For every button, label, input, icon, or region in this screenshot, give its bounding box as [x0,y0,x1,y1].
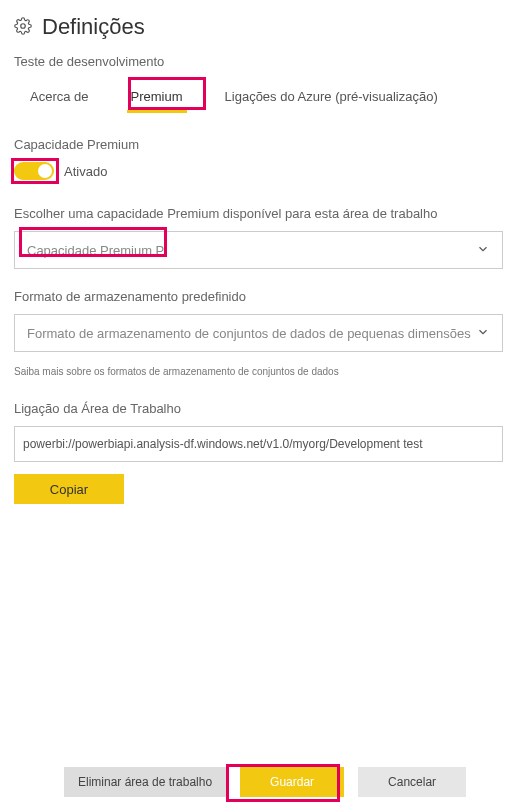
svg-point-0 [21,23,26,28]
copy-button[interactable]: Copiar [14,474,124,504]
capacity-select[interactable]: Capacidade Premium P [14,231,503,269]
toggle-state-label: Ativado [64,164,107,179]
choose-capacity-label: Escolher uma capacidade Premium disponív… [14,206,503,221]
storage-hint[interactable]: Saiba mais sobre os formatos de armazena… [14,366,503,377]
capacity-toggle[interactable] [14,162,54,180]
subtitle: Teste de desenvolvimento [14,54,503,69]
storage-select[interactable]: Formato de armazenamento de conjuntos de… [14,314,503,352]
capacity-select-value: Capacidade Premium P [27,243,476,258]
gear-icon [14,17,32,38]
tab-premium[interactable]: Premium [127,83,187,112]
delete-workspace-button[interactable]: Eliminar área de trabalho [64,767,226,797]
save-button[interactable]: Guardar [240,767,344,797]
storage-label: Formato de armazenamento predefinido [14,289,503,304]
cancel-button[interactable]: Cancelar [358,767,466,797]
toggle-knob [38,164,52,178]
connection-label: Ligação da Área de Trabalho [14,401,503,416]
page-title: Definições [42,14,145,40]
tab-about[interactable]: Acerca de [26,83,93,112]
chevron-down-icon [476,325,490,342]
connection-url[interactable]: powerbi://powerbiapi.analysis-df.windows… [14,426,503,462]
footer: Eliminar área de trabalho Guardar Cancel… [0,767,517,797]
tab-bar: Acerca de Premium Ligações do Azure (pré… [14,83,503,113]
chevron-down-icon [476,242,490,259]
tab-azure[interactable]: Ligações do Azure (pré-visualização) [221,83,442,112]
storage-select-value: Formato de armazenamento de conjuntos de… [27,326,476,341]
capacity-label: Capacidade Premium [14,137,503,152]
